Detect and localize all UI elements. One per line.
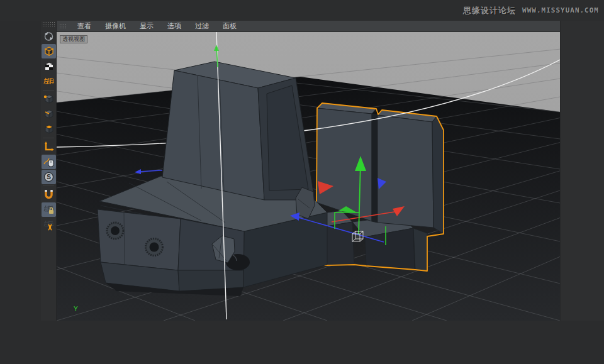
headlight-left [107,223,123,239]
c4d-window: 思缘设计论坛 WWW.MISSYUAN.COM [0,0,604,364]
workplane-mode-icon [43,75,55,87]
enable-axis-button[interactable] [42,140,56,154]
menu-item-panel[interactable]: 面板 [216,21,243,31]
toolbar-grip-icon[interactable] [42,21,55,28]
menu-item-camera[interactable]: 摄像机 [98,21,133,31]
tweak-mode-button[interactable] [42,155,56,169]
menu-item-view[interactable]: 查看 [70,21,98,31]
menu-item-filter[interactable]: 过滤 [188,21,216,31]
bottom-empty-panel [0,321,604,364]
watermark-site-name: 思缘设计论坛 [463,5,516,16]
soft-selection-button[interactable]: S [42,170,56,184]
headlight-right [146,239,163,256]
tweak-mode-icon [43,156,55,168]
toolbar-separator [43,185,54,186]
make-editable-button[interactable] [42,29,56,43]
right-empty-panel [560,21,604,321]
perspective-viewport: 查看 摄像机 显示 选项 过滤 面板 透视视图 [57,21,560,321]
watermark-site-url: WWW.MISSYUAN.COM [522,6,599,14]
texture-mode-icon [43,60,55,72]
axis-y-label: Y [74,306,78,312]
model-mode-button[interactable] [42,44,56,58]
model-mode-icon [43,45,55,57]
soft-selection-icon: S [43,171,55,183]
polygons-mode-button[interactable] [42,122,56,136]
menu-item-display[interactable]: 显示 [133,21,160,31]
viewport-label[interactable]: 透视视图 [60,35,87,43]
titlebar: 思缘设计论坛 WWW.MISSYUAN.COM [0,0,604,21]
viewport-menu-bar: 查看 摄像机 显示 选项 过滤 面板 [57,21,560,32]
svg-text:S: S [47,174,51,180]
toolbar-separator [43,138,54,138]
enable-axis-icon [43,141,55,153]
dynamic-guides-icon [43,219,55,231]
points-mode-button[interactable] [42,92,56,106]
viewport-canvas[interactable]: Y [57,32,560,321]
polygons-mode-icon [43,123,55,135]
workplane-snap-icon [43,204,55,216]
edges-mode-icon [43,108,55,120]
workplane-mode-button[interactable] [42,74,56,89]
snap-button[interactable] [42,187,56,202]
texture-mode-button[interactable] [42,59,56,74]
snap-magnet-icon [43,189,55,201]
mode-toolbar: S [41,21,57,321]
gizmo-origin-cube[interactable] [352,231,363,241]
menu-grip-icon[interactable] [59,23,67,30]
edges-mode-button[interactable] [42,107,56,121]
menu-item-options[interactable]: 选项 [160,21,188,31]
workplane-snap-button[interactable] [42,202,56,217]
toolbar-separator [43,90,54,91]
points-mode-icon [43,93,55,105]
dynamic-guides-button[interactable] [42,218,56,232]
make-editable-icon [43,30,55,42]
